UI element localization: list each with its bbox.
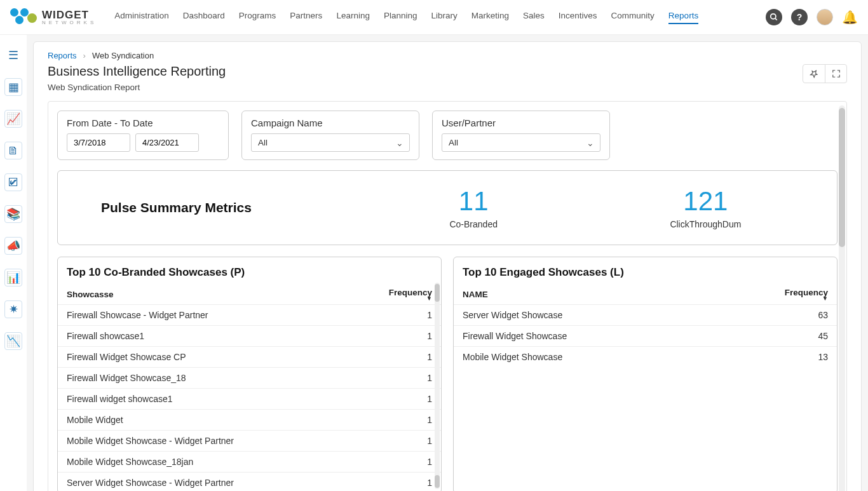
library-icon[interactable]: 📚	[4, 205, 22, 223]
breadcrumb-root[interactable]: Reports	[48, 51, 77, 60]
svg-line-1	[775, 18, 777, 20]
metric-label: Co-Branded	[358, 219, 590, 229]
cell-frequency: 1	[346, 347, 441, 368]
nav-link-reports[interactable]: Reports	[668, 11, 698, 24]
search-icon[interactable]	[766, 9, 782, 25]
cell-frequency: 1	[346, 389, 441, 410]
breadcrumb-current: Web Syndication	[92, 51, 154, 60]
cell-frequency: 1	[346, 305, 441, 326]
metric-value: 121	[590, 186, 822, 217]
table-row[interactable]: Server Widget Showcase - Widget Partner1	[58, 473, 441, 491]
cell-name: Firewall Widget Showcase_18	[58, 368, 346, 389]
cell-frequency: 45	[709, 326, 837, 347]
analytics-icon[interactable]: 📊	[4, 269, 22, 286]
user-dropdown[interactable]: All	[442, 133, 600, 152]
pin-icon[interactable]	[803, 65, 825, 83]
metric-clickthrough: 121 ClickThroughDum	[590, 186, 822, 229]
brand-text: WIDGET NETWORKS	[42, 10, 97, 25]
panels-row: Top 10 Co-Branded Showcases (P) Showcass…	[57, 257, 837, 491]
campaign-icon[interactable]: 📣	[4, 237, 22, 255]
menu-icon[interactable]: ☰	[4, 46, 22, 64]
table-row[interactable]: Firewall Widget Showcase_181	[58, 368, 441, 389]
brand-mark	[10, 7, 38, 27]
nav-link-incentives[interactable]: Incentives	[559, 11, 597, 24]
nav-link-library[interactable]: Library	[431, 11, 457, 24]
help-icon[interactable]: ?	[791, 9, 808, 25]
sort-desc-icon: ▼	[355, 297, 432, 300]
col-name[interactable]: NAME	[454, 284, 709, 305]
cell-name: Server Widget Showcase - Widget Partner	[58, 473, 346, 491]
panel-scrollbar[interactable]	[435, 283, 440, 489]
nav-link-marketing[interactable]: Marketing	[471, 11, 509, 24]
cell-frequency: 1	[346, 326, 441, 347]
nav-link-sales[interactable]: Sales	[523, 11, 545, 24]
table-row[interactable]: Firewall Widget Showcase45	[454, 326, 837, 347]
campaign-filter: Campaign Name All ⌄	[241, 111, 419, 160]
col-frequency[interactable]: Frequency▼	[709, 284, 837, 305]
nav-link-community[interactable]: Community	[611, 11, 654, 24]
report-scrollbar[interactable]	[839, 105, 845, 491]
nav-link-programs[interactable]: Programs	[239, 11, 276, 24]
table-row[interactable]: Server Widget Showcase63	[454, 305, 837, 326]
page-title: Business Intelligence Reporting	[48, 64, 226, 79]
chart-icon[interactable]: 📈	[4, 110, 22, 128]
date-filter-label: From Date - To Date	[67, 118, 219, 128]
date-filter: From Date - To Date	[57, 111, 229, 160]
cell-frequency: 1	[346, 431, 441, 452]
sidebar: ☰ ▦ 📈 🗎 🗹 📚 📣 📊 ✷ 📉	[0, 35, 27, 491]
panel-title: Top 10 Engaged Showcases (L)	[454, 264, 837, 284]
cell-name: Firewall Widget Showcase CP	[58, 347, 346, 368]
table-row[interactable]: Mobile Widget1	[58, 410, 441, 431]
notifications-icon[interactable]: 🔔	[842, 10, 858, 25]
report-icon[interactable]: 🗎	[4, 142, 22, 159]
fullscreen-icon[interactable]	[825, 65, 846, 83]
cell-name: Firewall widget showcase1	[58, 389, 346, 410]
cell-frequency: 13	[709, 347, 837, 368]
user-filter: User/Partner All ⌄	[432, 111, 610, 160]
nav-link-administration[interactable]: Administration	[114, 11, 169, 24]
nav-link-dashboard[interactable]: Dashboard	[183, 11, 225, 24]
cell-name: Firewall showcase1	[58, 326, 346, 347]
campaign-filter-label: Campaign Name	[251, 118, 410, 128]
report-body: From Date - To Date Campaign Name All ⌄	[48, 101, 847, 491]
table-row[interactable]: Firewall widget showcase11	[58, 389, 441, 410]
trend-icon[interactable]: 📉	[4, 332, 22, 350]
filters-row: From Date - To Date Campaign Name All ⌄	[57, 111, 837, 160]
cell-frequency: 1	[346, 410, 441, 431]
table-row[interactable]: Firewall Showcase - Widget Partner1	[58, 305, 441, 326]
panel-title: Top 10 Co-Branded Showcases (P)	[58, 264, 441, 284]
brand-logo[interactable]: WIDGET NETWORKS	[10, 7, 97, 27]
to-date-input[interactable]	[135, 133, 199, 152]
table-row[interactable]: Mobile Widget Showcase - Widget Partner1	[58, 431, 441, 452]
nav-link-partners[interactable]: Partners	[290, 11, 322, 24]
chevron-right-icon: ›	[83, 51, 86, 60]
breadcrumb: Reports › Web Syndication	[48, 51, 847, 60]
metric-value: 11	[358, 186, 590, 217]
cell-name: Mobile Widget Showcase - Widget Partner	[58, 431, 346, 452]
sort-desc-icon: ▼	[718, 297, 828, 300]
from-date-input[interactable]	[67, 133, 130, 152]
table-row[interactable]: Mobile Widget Showcase13	[454, 347, 837, 368]
title-actions	[803, 64, 847, 83]
checklist-icon[interactable]: 🗹	[4, 173, 22, 191]
cell-frequency: 1	[346, 368, 441, 389]
table-row[interactable]: Firewall Widget Showcase CP1	[58, 347, 441, 368]
campaign-dropdown[interactable]: All	[251, 133, 410, 152]
cell-name: Mobile Widget	[58, 410, 346, 431]
table-row[interactable]: Mobile Widget Showcase_18jan1	[58, 452, 441, 473]
cobranded-table: Showcasse Frequency▼ Firewall Showcase -…	[58, 284, 441, 491]
nav-link-learning[interactable]: Learning	[336, 11, 370, 24]
engaged-table: NAME Frequency▼ Server Widget Showcase63…	[454, 284, 837, 367]
dashboard-icon[interactable]: ▦	[4, 78, 22, 96]
table-row[interactable]: Firewall showcase11	[58, 326, 441, 347]
top-icons: ? 🔔	[766, 9, 858, 25]
settings-gear-icon[interactable]: ✷	[4, 300, 22, 318]
col-frequency[interactable]: Frequency▼	[346, 284, 441, 305]
col-showcase[interactable]: Showcasse	[58, 284, 346, 305]
nav-link-planning[interactable]: Planning	[384, 11, 417, 24]
user-avatar[interactable]	[817, 9, 833, 25]
svg-point-0	[771, 14, 776, 19]
pulse-summary: Pulse Summary Metrics 11 Co-Branded 121 …	[57, 170, 837, 245]
cell-frequency: 1	[346, 452, 441, 473]
cell-name: Mobile Widget Showcase_18jan	[58, 452, 346, 473]
